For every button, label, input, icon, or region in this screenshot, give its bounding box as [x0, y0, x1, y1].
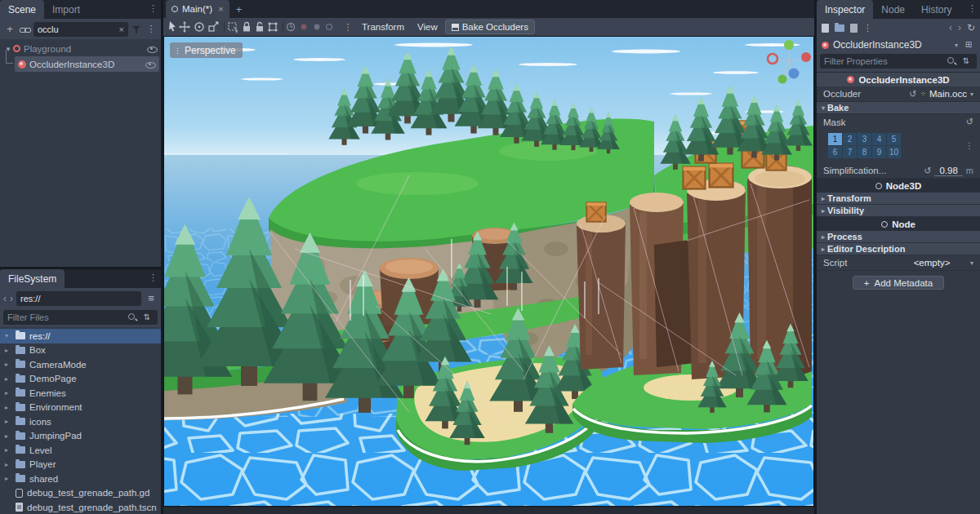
fs-item-folder[interactable]: ▸Level — [0, 443, 161, 458]
fs-item-root[interactable]: ▾res:// — [0, 329, 161, 343]
filesystem-menu-icon[interactable]: ⋮ — [149, 273, 158, 283]
section-bake[interactable]: ▾Bake — [817, 102, 980, 114]
revert-icon[interactable]: ↺ — [924, 166, 931, 176]
filter-files-input[interactable]: Filter Files ⇅ — [3, 310, 158, 325]
property-occluder[interactable]: Occluder ↺ ⁘ Main.occ ▾ — [817, 86, 980, 102]
mask-menu-icon[interactable]: ⋮ — [965, 141, 973, 150]
fs-item-folder[interactable]: ▸JumpingPad — [0, 429, 161, 444]
section-transform[interactable]: ▸Transform — [817, 193, 980, 205]
viewport-extra-menu-icon[interactable]: ⋮ — [341, 20, 354, 33]
mask-cell[interactable]: 4 — [872, 133, 886, 145]
environment-icon[interactable] — [314, 24, 320, 30]
rotate-tool-icon[interactable] — [195, 23, 203, 31]
property-simplification[interactable]: Simplification... ↺ 0.98 m — [817, 163, 980, 179]
tab-node[interactable]: Node — [873, 0, 913, 19]
mask-cell[interactable]: 5 — [887, 133, 901, 145]
nav-back-icon[interactable]: ‹ — [3, 293, 7, 304]
property-script[interactable]: Script <empty> ▾ — [817, 255, 980, 271]
select-mode-icon[interactable] — [229, 23, 238, 33]
fs-item-folder[interactable]: ▸CameraMode — [0, 357, 161, 372]
fs-item-folder[interactable]: ▸shared — [0, 472, 161, 486]
mask-cell[interactable]: 8 — [858, 146, 871, 158]
toggle-split-mode-icon[interactable]: ≡ — [145, 292, 158, 305]
tab-import[interactable]: Import — [44, 0, 88, 19]
tab-scene[interactable]: Scene — [0, 0, 44, 19]
simplification-value[interactable]: 0.98 — [934, 166, 962, 176]
tab-filesystem[interactable]: FileSystem — [0, 269, 65, 288]
transform-menu[interactable]: Transform — [356, 22, 410, 32]
add-metadata-button[interactable]: + Add Metadata — [853, 276, 944, 290]
save-resource-icon[interactable] — [850, 24, 858, 33]
mask-cell[interactable]: 7 — [843, 146, 857, 158]
unlock-icon[interactable] — [256, 23, 263, 32]
mask-cell[interactable]: 10 — [887, 146, 901, 158]
mask-cell[interactable]: 9 — [872, 146, 886, 158]
scale-tool-icon[interactable] — [209, 22, 218, 31]
mask-cell[interactable]: 3 — [858, 133, 871, 145]
fs-item-folder[interactable]: ▸DemoPage — [0, 372, 161, 387]
viewport-3d[interactable]: ⋮Perspective — [163, 36, 814, 507]
scene-3d — [164, 37, 813, 506]
view-menu[interactable]: View — [412, 22, 443, 32]
chevron-down-icon: ▾ — [970, 259, 973, 267]
history-forward-icon[interactable]: › — [958, 22, 961, 33]
bake-occluders-button[interactable]: Bake Occluders — [445, 20, 535, 34]
sort-files-icon[interactable]: ⇅ — [140, 311, 154, 324]
fs-item-folder[interactable]: ▸Enemies — [0, 386, 161, 401]
path-field[interactable]: res:// — [16, 291, 141, 306]
visibility-eye-icon[interactable] — [146, 44, 158, 54]
scene-node-occluderinstance3d[interactable]: OccluderInstance3D — [15, 56, 159, 72]
revert-icon[interactable]: ↺ — [909, 89, 916, 100]
script-value[interactable]: <empty> — [897, 258, 967, 268]
fs-item-folder[interactable]: ▸Environment — [0, 401, 161, 415]
camera-preview-icon[interactable] — [327, 24, 332, 30]
mask-cell[interactable]: 2 — [843, 133, 857, 145]
history-back-icon[interactable]: ‹ — [949, 22, 952, 33]
clear-search-icon[interactable]: × — [119, 24, 124, 34]
scene-node-playground[interactable]: ▾ Playground — [0, 41, 161, 56]
pin-icon[interactable]: ⊞ — [962, 38, 975, 51]
reload-icon[interactable]: ↻ — [967, 22, 975, 33]
filter-properties-input[interactable]: Filter Properties ⇅ — [820, 54, 977, 69]
property-mask[interactable]: Mask ↺ — [817, 114, 980, 130]
property-menu-icon[interactable]: ⇅ — [960, 55, 973, 68]
scene-search-input[interactable]: occlu × — [33, 22, 128, 37]
occluder-node-icon — [822, 42, 829, 49]
new-resource-icon[interactable] — [822, 24, 829, 33]
inspector-node-selector[interactable]: OccluderInstance3D ▾ ⊞ — [817, 37, 980, 53]
occluder-value[interactable]: Main.occ — [929, 89, 967, 99]
lock-icon[interactable] — [243, 23, 250, 32]
scene-tree-menu-icon[interactable]: ⋮ — [145, 23, 158, 36]
add-node-icon[interactable]: + — [3, 23, 16, 36]
revert-icon[interactable]: ↺ — [966, 117, 973, 127]
fs-item-folder[interactable]: ▸icons — [0, 414, 161, 429]
mask-cell[interactable]: 1 — [828, 133, 842, 145]
load-resource-icon[interactable] — [835, 24, 844, 32]
resource-menu-icon[interactable]: ⋮ — [863, 23, 872, 33]
scene-tab-main[interactable]: Main(*) × — [166, 0, 229, 18]
ruler-icon[interactable] — [287, 24, 295, 31]
mask-cell[interactable]: 6 — [828, 146, 842, 158]
section-visibility[interactable]: ▸Visibility — [817, 205, 980, 217]
scene-dock-menu-icon[interactable]: ⋮ — [149, 3, 158, 14]
tab-inspector[interactable]: Inspector — [817, 0, 873, 19]
instance-scene-icon[interactable] — [20, 24, 30, 34]
new-scene-tab-button[interactable]: + — [229, 0, 249, 18]
select-tool-icon[interactable] — [169, 21, 176, 32]
fs-item-scene[interactable]: debug_test_grenade_path.tscn — [0, 500, 161, 514]
filter-nodes-icon[interactable] — [131, 24, 141, 34]
group-icon[interactable] — [268, 22, 277, 31]
nav-forward-icon[interactable]: › — [10, 293, 13, 304]
tab-history[interactable]: History — [913, 0, 960, 19]
sun-icon[interactable] — [301, 24, 307, 30]
section-editor-description[interactable]: ▸Editor Description — [817, 243, 980, 255]
inspector-menu-icon[interactable]: ⋮ — [968, 3, 977, 14]
fs-item-script[interactable]: debug_test_grenade_path.gd — [0, 486, 161, 501]
move-tool-icon[interactable] — [179, 21, 190, 33]
close-tab-icon[interactable]: × — [218, 4, 224, 14]
fs-item-folder[interactable]: ▸Player — [0, 458, 161, 472]
visibility-eye-icon[interactable] — [145, 60, 156, 69]
section-process[interactable]: ▸Process — [817, 231, 980, 243]
fs-item-folder[interactable]: ▸Box — [0, 343, 161, 358]
perspective-button[interactable]: ⋮Perspective — [170, 42, 243, 58]
